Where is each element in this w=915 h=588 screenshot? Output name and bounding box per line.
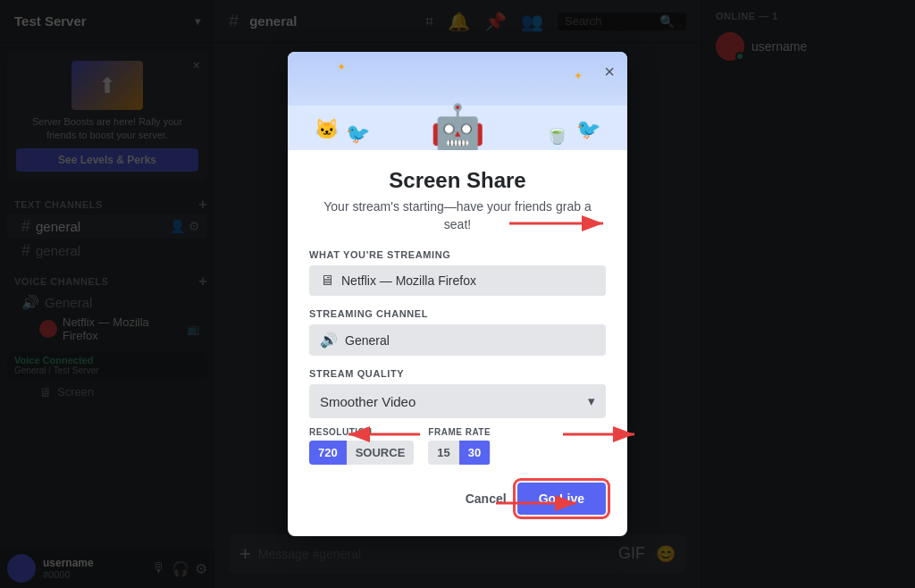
res-fr-row: RESOLUTION 720 SOURCE FRAME RATE 15 30: [309, 427, 606, 465]
modal-subtitle: Your stream's starting—have your friends…: [309, 198, 606, 233]
channel-label: STREAMING CHANNEL: [309, 308, 606, 319]
resolution-720-button[interactable]: 720: [309, 441, 347, 465]
streaming-field: 🖥 Netflix — Mozilla Firefox: [309, 265, 606, 296]
go-live-button[interactable]: Go Live: [517, 483, 606, 515]
modal-body: Screen Share Your stream's starting—have…: [288, 150, 627, 536]
streaming-value: Netflix — Mozilla Firefox: [341, 273, 476, 288]
framerate-segmented-control: 15 30: [428, 441, 491, 465]
illus-char-left2: 🐦: [346, 122, 370, 146]
star-icon-2: ✦: [337, 61, 346, 73]
app-layout: Test Server ▾ × Server Boosts are here! …: [0, 0, 915, 588]
resolution-segmented-control: 720 SOURCE: [309, 441, 414, 465]
speaker-field-icon: 🔊: [320, 332, 338, 349]
resolution-label: RESOLUTION: [309, 427, 414, 437]
framerate-30-button[interactable]: 30: [459, 441, 490, 465]
quality-label: STREAM QUALITY: [309, 368, 606, 379]
resolution-group: RESOLUTION 720 SOURCE: [309, 427, 414, 465]
framerate-label: FRAME RATE: [428, 427, 491, 437]
illus-char-right1: 🐦: [576, 118, 600, 141]
modal-close-button[interactable]: ×: [604, 63, 615, 80]
modal-dialog: ✦ ✦ 🐱 🐦 🤖 🐦 🍵 × Screen Share Your stream…: [288, 52, 627, 536]
framerate-15-button[interactable]: 15: [428, 441, 458, 465]
illus-center-char: 🤖: [430, 102, 485, 150]
monitor-field-icon: 🖥: [320, 273, 334, 289]
quality-value: Smoother Video: [320, 394, 416, 409]
modal-title: Screen Share: [309, 168, 606, 193]
illus-char-left1: 🐱: [315, 118, 339, 141]
star-icon-1: ✦: [574, 70, 583, 82]
quality-dropdown[interactable]: Smoother Video ▾: [309, 384, 606, 418]
channel-field: 🔊 General: [309, 324, 606, 356]
illus-char-right2: 🍵: [545, 122, 569, 146]
channel-value: General: [345, 333, 390, 348]
modal-footer: Cancel Go Live: [309, 479, 606, 515]
modal-illustration: ✦ ✦ 🐱 🐦 🤖 🐦 🍵: [288, 52, 627, 150]
streaming-label: WHAT YOU'RE STREAMING: [309, 249, 606, 260]
resolution-source-button[interactable]: SOURCE: [347, 441, 415, 465]
modal-overlay: ✦ ✦ 🐱 🐦 🤖 🐦 🍵 × Screen Share Your stream…: [0, 0, 915, 588]
cancel-button[interactable]: Cancel: [466, 491, 507, 506]
dropdown-chevron-icon: ▾: [588, 393, 595, 409]
framerate-group: FRAME RATE 15 30: [428, 427, 491, 465]
